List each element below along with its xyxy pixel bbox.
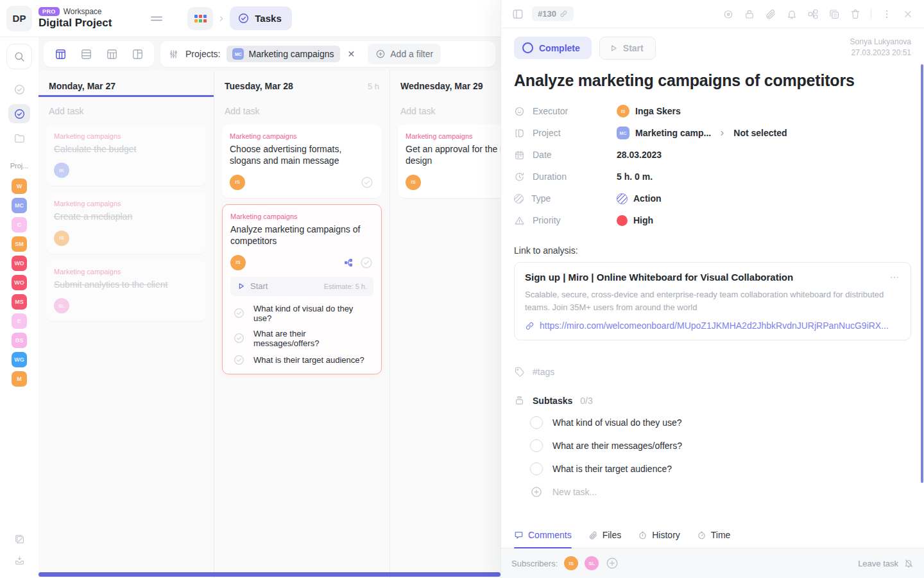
filter-chip-label: Marketing campaigns <box>248 49 334 59</box>
tab-history[interactable]: History <box>638 530 680 548</box>
close-panel-icon[interactable] <box>902 8 914 20</box>
check-circle-icon[interactable] <box>233 354 245 366</box>
breadcrumb-tasks-tab[interactable]: Tasks <box>230 6 291 30</box>
task-card[interactable]: Marketing campaigns Submit analytics to … <box>46 260 206 321</box>
tab-comments[interactable]: Comments <box>514 530 572 548</box>
project-avatar[interactable]: WG <box>12 352 27 367</box>
project-avatar[interactable]: W <box>12 179 27 194</box>
subtasks-tree-icon[interactable] <box>807 8 819 20</box>
task-title[interactable]: Analyze marketing campaigns of competito… <box>514 71 911 90</box>
add-subscriber-icon[interactable] <box>605 556 619 570</box>
project-avatar[interactable]: M <box>12 371 27 387</box>
prop-date[interactable]: Date 28.03.2023 <box>514 144 911 166</box>
search-button[interactable] <box>6 44 32 69</box>
task-card[interactable]: Marketing campaigns Create a mediaplan I… <box>46 192 206 253</box>
apps-grid-button[interactable] <box>187 7 213 30</box>
link-preview-card[interactable]: Sign up | Miro | Online Whiteboard for V… <box>514 262 911 340</box>
panel-header: #130 <box>501 0 924 28</box>
hamburger-menu-icon[interactable] <box>149 11 164 26</box>
task-card-selected[interactable]: Marketing campaigns Analyze marketing ca… <box>222 204 382 374</box>
view-list-button[interactable] <box>73 43 99 65</box>
filter-sliders-icon[interactable] <box>168 49 179 60</box>
prop-executor[interactable]: Executor IS Inga Skers <box>514 100 911 122</box>
horizontal-scrollbar[interactable] <box>38 572 501 577</box>
new-subtask-field[interactable] <box>514 480 911 504</box>
prop-priority[interactable]: Priority High <box>514 209 911 231</box>
inbox-tray-icon[interactable] <box>13 554 26 566</box>
card-subtask-row[interactable]: What is their target audience? <box>233 354 371 366</box>
card-subtask-row[interactable]: What are their messages/offers? <box>233 329 371 348</box>
prop-project[interactable]: Project MC Marketing camp... Not selecte… <box>514 122 911 144</box>
duplicate-icon[interactable] <box>828 8 840 20</box>
task-card[interactable]: Marketing campaigns Choose advertising f… <box>222 125 382 198</box>
complete-button[interactable]: Complete <box>514 37 592 59</box>
view-table-button[interactable] <box>99 43 124 65</box>
sidebar-item-tasks[interactable] <box>8 104 30 123</box>
view-kanban-button[interactable] <box>47 43 73 65</box>
tags-field[interactable] <box>514 366 911 377</box>
add-filter-button[interactable]: Add a filter <box>368 44 441 64</box>
task-id-pill[interactable]: #130 <box>532 6 574 21</box>
subscriber-avatar[interactable]: IS <box>564 556 578 570</box>
start-timer-row[interactable]: Start Estimate: 5 h. <box>230 277 373 296</box>
archive-layers-icon[interactable] <box>13 533 26 545</box>
task-card[interactable]: Marketing campaigns Calculate the budget… <box>46 125 206 186</box>
project-avatar[interactable]: C <box>12 217 27 232</box>
remove-filter-icon[interactable]: ✕ <box>348 49 355 59</box>
more-options-icon[interactable] <box>881 8 893 20</box>
chevron-right-icon <box>718 129 726 137</box>
add-task-field[interactable] <box>390 95 501 122</box>
start-button[interactable]: Start <box>599 37 656 60</box>
project-avatar[interactable]: WD <box>12 256 27 271</box>
tab-files[interactable]: Files <box>588 530 622 548</box>
subtask-row[interactable]: What is their target audience? <box>514 457 911 480</box>
new-subtask-input[interactable] <box>552 487 713 497</box>
delete-trash-icon[interactable] <box>850 8 861 20</box>
add-task-input[interactable] <box>49 106 203 116</box>
add-task-input[interactable] <box>225 106 379 116</box>
leave-task-button[interactable]: Leave task <box>858 558 914 568</box>
check-circle-icon[interactable] <box>233 332 245 344</box>
sidebar-item-my-tasks[interactable] <box>8 80 30 99</box>
link-card-menu-icon[interactable] <box>889 272 900 283</box>
subtask-row[interactable]: What kind of visual do they use? <box>514 411 911 434</box>
tab-time[interactable]: Time <box>697 530 731 548</box>
miro-link[interactable]: https://miro.com/welcomeonboard/MUpoZ1JK… <box>540 320 889 331</box>
workspace-logo[interactable]: DP <box>6 6 32 31</box>
subtask-checkbox[interactable] <box>530 439 543 452</box>
task-card[interactable]: Marketing campaigns Get an approval for … <box>398 125 501 198</box>
subtask-checkbox[interactable] <box>530 462 543 475</box>
lock-icon[interactable] <box>744 8 755 20</box>
sidebar-item-projects-folder[interactable] <box>8 128 30 148</box>
add-task-field[interactable] <box>214 95 389 122</box>
subtask-checkbox[interactable] <box>530 416 543 429</box>
timer-icon[interactable] <box>723 8 734 20</box>
workspace-name[interactable]: Digital Project <box>38 17 112 30</box>
prop-type[interactable]: Type Action <box>514 188 911 209</box>
prop-duration[interactable]: Duration 5 h. 0 m. <box>514 166 911 188</box>
project-avatar[interactable]: BS <box>12 333 27 348</box>
card-subtask-row[interactable]: What kind of visual do they use? <box>233 304 371 323</box>
prop-label: Project <box>533 128 561 138</box>
vertical-scrollbar[interactable] <box>921 64 923 483</box>
complete-task-icon[interactable] <box>360 175 374 189</box>
filter-chip-project[interactable]: MC Marketing campaigns <box>227 46 339 62</box>
add-task-input[interactable] <box>400 106 501 116</box>
subscriber-avatar[interactable]: SL <box>585 556 599 570</box>
description-text[interactable]: Link to analysis: <box>514 245 911 256</box>
project-avatar[interactable]: MS <box>12 294 27 310</box>
tags-input[interactable] <box>533 367 725 377</box>
project-avatar[interactable]: WO <box>12 275 27 290</box>
view-board-button[interactable] <box>124 43 150 65</box>
subtask-row[interactable]: What are their messages/offers? <box>514 434 911 457</box>
add-task-field[interactable] <box>38 95 214 122</box>
project-avatar[interactable]: E <box>12 313 27 329</box>
attachment-icon[interactable] <box>765 8 776 20</box>
complete-task-icon[interactable] <box>359 256 373 270</box>
assignee-avatar: IK <box>54 162 69 178</box>
expand-panel-icon[interactable] <box>511 8 524 21</box>
check-circle-icon[interactable] <box>233 307 245 319</box>
project-avatar[interactable]: MC <box>12 198 27 213</box>
notification-bell-icon[interactable] <box>786 8 798 20</box>
project-avatar[interactable]: SM <box>12 236 27 252</box>
